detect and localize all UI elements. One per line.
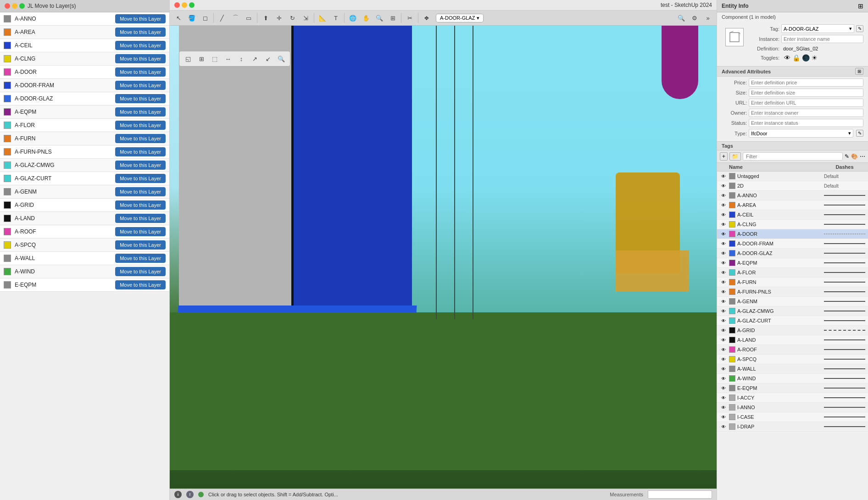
orbit-tool[interactable]: 🌐	[347, 12, 359, 24]
entity-info-expand-btn[interactable]: ⊞	[858, 2, 863, 10]
line-tool[interactable]: ╱	[216, 12, 228, 24]
component-btn[interactable]: ❖	[421, 12, 433, 24]
move-to-layer-button[interactable]: Move to this Layer	[115, 41, 166, 50]
tag-row[interactable]: 👁A-GLAZ-CURT	[717, 316, 868, 326]
status-input[interactable]	[749, 119, 863, 127]
tag-row[interactable]: 👁I-DRAP	[717, 422, 868, 432]
tag-dropdown[interactable]: A-DOOR-GLAZ ▾	[781, 24, 854, 33]
arc-tool[interactable]: ⌒	[229, 12, 241, 24]
tag-row[interactable]: 👁A-FURN-PNLS	[717, 287, 868, 297]
tag-visibility-toggle[interactable]: 👁	[720, 172, 727, 180]
tags-add-btn[interactable]: +	[720, 152, 728, 161]
zoom-extent-tool[interactable]: ⊞	[387, 12, 399, 24]
tag-visibility-toggle[interactable]: 👁	[720, 221, 727, 228]
move-to-layer-button[interactable]: Move to this Layer	[115, 161, 166, 170]
tag-row[interactable]: 👁UntaggedDefault	[717, 172, 868, 181]
tag-visibility-toggle[interactable]: 👁	[720, 404, 727, 411]
tag-row[interactable]: 👁A-SPCQ	[717, 355, 868, 364]
tag-visibility-toggle[interactable]: 👁	[720, 327, 727, 334]
su-maximize-button[interactable]	[189, 2, 195, 8]
tags-search-input[interactable]	[743, 152, 843, 161]
tag-row[interactable]: 👁A-LAND	[717, 335, 868, 345]
move-to-layer-button[interactable]: Move to this Layer	[115, 121, 166, 130]
tag-row[interactable]: 👁A-ROOF	[717, 345, 868, 355]
tags-folder-btn[interactable]: 📁	[729, 152, 741, 161]
tags-color-btn[interactable]: 🎨	[851, 153, 858, 160]
su-minimize-button[interactable]	[182, 2, 187, 8]
section-plane-tool[interactable]: ✂	[404, 12, 416, 24]
tag-edit-btn[interactable]: ✎	[856, 25, 863, 32]
tag-visibility-toggle[interactable]: 👁	[720, 298, 727, 305]
tag-visibility-toggle[interactable]: 👁	[720, 269, 727, 276]
price-input[interactable]	[749, 78, 863, 87]
paint-tool[interactable]: 🪣	[186, 12, 198, 24]
tag-visibility-toggle[interactable]: 👁	[720, 182, 727, 189]
tag-visibility-toggle[interactable]: 👁	[720, 278, 727, 286]
move-to-layer-button[interactable]: Move to this Layer	[115, 214, 166, 223]
select-tool[interactable]: ↖	[172, 12, 184, 24]
tag-row[interactable]: 👁A-EQPM	[717, 258, 868, 268]
move-to-layer-button[interactable]: Move to this Layer	[115, 227, 166, 236]
zoom-tool[interactable]: 🔍	[373, 12, 385, 24]
tag-visibility-toggle[interactable]: 👁	[720, 336, 727, 344]
tag-row[interactable]: 👁A-DOOR-GLAZ	[717, 249, 868, 258]
tag-visibility-toggle[interactable]: 👁	[720, 211, 727, 218]
pan-tool[interactable]: ✋	[360, 12, 372, 24]
ft-button-2[interactable]: ⊞	[195, 53, 207, 65]
tag-row[interactable]: 👁A-FLOR	[717, 268, 868, 278]
tag-row[interactable]: 👁A-DOOR	[717, 229, 868, 239]
move-to-layer-button[interactable]: Move to this Layer	[115, 280, 166, 289]
ft-button-7[interactable]: ↙	[262, 53, 274, 65]
ft-button-8[interactable]: 🔍	[275, 53, 287, 65]
tag-visibility-toggle[interactable]: 👁	[720, 240, 727, 247]
eraser-tool[interactable]: ◻	[199, 12, 211, 24]
tag-visibility-toggle[interactable]: 👁	[720, 307, 727, 315]
move-to-layer-button[interactable]: Move to this Layer	[115, 94, 166, 103]
move-to-layer-button[interactable]: Move to this Layer	[115, 187, 166, 196]
type-edit-btn[interactable]: ✎	[856, 130, 863, 137]
move-to-layer-button[interactable]: Move to this Layer	[115, 134, 166, 143]
tag-visibility-toggle[interactable]: 👁	[720, 365, 727, 372]
move-to-layer-button[interactable]: Move to this Layer	[115, 240, 166, 250]
tag-row[interactable]: 👁A-FURN	[717, 278, 868, 287]
tag-visibility-toggle[interactable]: 👁	[720, 384, 727, 392]
tag-row[interactable]: 👁I-ACCY	[717, 393, 868, 403]
ft-button-6[interactable]: ↗	[249, 53, 261, 65]
tag-row[interactable]: 👁A-WALL	[717, 364, 868, 374]
tag-visibility-toggle[interactable]: 👁	[720, 346, 727, 353]
tag-row[interactable]: 👁E-EQPM	[717, 383, 868, 393]
tag-row[interactable]: 👁A-GENM	[717, 297, 868, 306]
tag-visibility-toggle[interactable]: 👁	[720, 423, 727, 430]
move-to-layer-button[interactable]: Move to this Layer	[115, 147, 166, 156]
tag-row[interactable]: 👁A-CEIL	[717, 210, 868, 220]
move-to-layer-button[interactable]: Move to this Layer	[115, 14, 166, 23]
ft-button-5[interactable]: ↕	[235, 53, 247, 65]
scale-tool[interactable]: ⇲	[300, 12, 312, 24]
close-button[interactable]	[5, 3, 10, 9]
owner-input[interactable]	[749, 109, 863, 117]
tag-visibility-toggle[interactable]: 👁	[720, 250, 727, 257]
toggle-lock[interactable]: 🔒	[792, 54, 800, 61]
type-dropdown[interactable]: IfcDoor ▾	[749, 129, 853, 138]
tags-edit-btn[interactable]: ✎	[845, 153, 849, 160]
move-to-layer-button[interactable]: Move to this Layer	[115, 28, 166, 37]
move-to-layer-button[interactable]: Move to this Layer	[115, 174, 166, 183]
tag-visibility-toggle[interactable]: 👁	[720, 317, 727, 324]
tag-row[interactable]: 👁2DDefault	[717, 181, 868, 191]
tag-visibility-toggle[interactable]: 👁	[720, 413, 727, 421]
instance-input[interactable]	[781, 35, 863, 43]
size-input[interactable]	[749, 89, 863, 97]
minimize-button[interactable]	[12, 3, 17, 9]
toggle-shadow-cast[interactable]: 🌑	[802, 54, 810, 61]
ft-button-1[interactable]: ◱	[182, 53, 194, 65]
ft-button-3[interactable]: ⬚	[209, 53, 221, 65]
tag-visibility-toggle[interactable]: 👁	[720, 230, 727, 238]
tape-tool[interactable]: 📐	[317, 12, 328, 24]
move-to-layer-button[interactable]: Move to this Layer	[115, 81, 166, 90]
tag-visibility-toggle[interactable]: 👁	[720, 192, 727, 199]
tag-visibility-toggle[interactable]: 👁	[720, 201, 727, 209]
tag-row[interactable]: 👁A-GRID	[717, 326, 868, 335]
move-to-layer-button[interactable]: Move to this Layer	[115, 67, 166, 77]
move-to-layer-button[interactable]: Move to this Layer	[115, 254, 166, 263]
tag-row[interactable]: 👁A-GLAZ-CMWG	[717, 306, 868, 316]
